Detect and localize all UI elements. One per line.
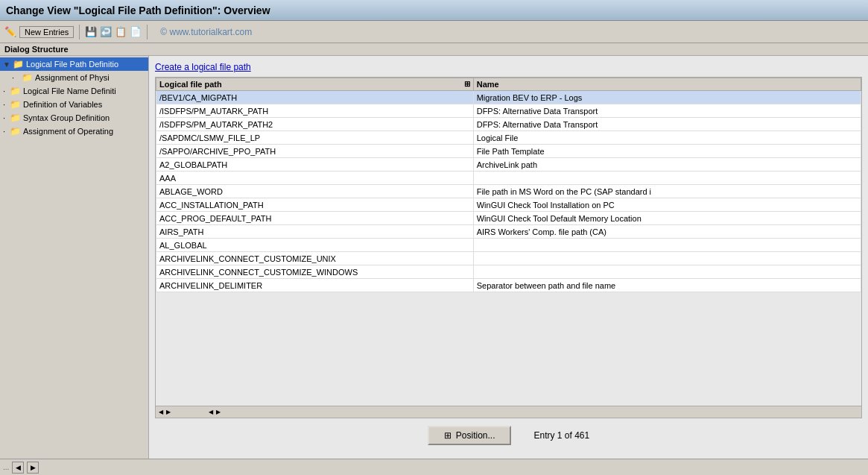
scroll-right-icon[interactable]: ▶ bbox=[165, 407, 172, 417]
sidebar-item-logical-file-name[interactable]: · 📁 Logical File Name Definiti bbox=[0, 84, 148, 98]
toolbar-separator-2 bbox=[147, 25, 148, 40]
table-row[interactable]: AAA bbox=[156, 172, 861, 185]
cell-name bbox=[473, 265, 861, 279]
data-table: Logical file path ⊞ Name /BEV1/CA_MIGPAT… bbox=[156, 78, 861, 292]
col-header-logical-file-path[interactable]: Logical file path ⊞ bbox=[156, 78, 474, 91]
scroll-right2-icon[interactable]: ◀ bbox=[207, 407, 215, 417]
cell-path: /SAPDMC/LSMW_FILE_LP bbox=[156, 131, 474, 145]
position-btn-label: Position... bbox=[456, 430, 495, 441]
position-button[interactable]: ⊞ Position... bbox=[428, 426, 512, 445]
cell-name: AIRS Workers' Comp. file path (CA) bbox=[473, 225, 861, 239]
cell-name: ArchiveLink path bbox=[473, 158, 861, 172]
table-row[interactable]: ACC_PROG_DEFAULT_PATHWinGUI Check Tool D… bbox=[156, 212, 861, 225]
copy-icon[interactable]: 📋 bbox=[115, 26, 127, 38]
cell-path: AIRS_PATH bbox=[156, 225, 474, 239]
table-row[interactable]: ARCHIVELINK_DELIMITERSeparator between p… bbox=[156, 279, 861, 292]
status-dots: ... bbox=[3, 463, 9, 471]
table-row[interactable]: AL_GLOBAL bbox=[156, 239, 861, 252]
col-header-label-name: Name bbox=[477, 80, 499, 89]
title-text: Change View "Logical File Path Definitio… bbox=[6, 4, 270, 16]
table-row[interactable]: /ISDFPS/PM_AUTARK_PATH2DFPS: Alternative… bbox=[156, 118, 861, 131]
spacer-2: · bbox=[3, 86, 7, 95]
cell-name: File Path Template bbox=[473, 145, 861, 158]
cell-name: DFPS: Alternative Data Transport bbox=[473, 118, 861, 131]
spacer-4: · bbox=[3, 113, 7, 122]
save-icon[interactable]: 💾 bbox=[85, 26, 97, 38]
spacer-1: · bbox=[12, 73, 19, 82]
cell-name bbox=[473, 239, 861, 252]
table-row[interactable]: ABLAGE_WORDFile path in MS Word on the P… bbox=[156, 185, 861, 198]
table-container: Logical file path ⊞ Name /BEV1/CA_MIGPAT… bbox=[155, 77, 862, 418]
cell-path: ACC_PROG_DEFAULT_PATH bbox=[156, 212, 474, 225]
folder-icon-3: 📁 bbox=[10, 86, 21, 96]
cell-path: ARCHIVELINK_CONNECT_CUSTOMIZE_UNIX bbox=[156, 252, 474, 265]
folder-icon-4: 📁 bbox=[10, 99, 21, 110]
main-layout: Dialog Structure ▼ 📁 Logical File Path D… bbox=[0, 43, 868, 475]
spacer-3: · bbox=[3, 100, 7, 109]
edit-icon: ✏️ bbox=[4, 26, 16, 38]
title-bar: Change View "Logical File Path Definitio… bbox=[0, 0, 868, 21]
folder-icon-1: 📁 bbox=[13, 59, 24, 69]
sidebar-item-label-3: Logical File Name Definiti bbox=[23, 86, 116, 95]
content-area: ▼ 📁 Logical File Path Definitio · 📁 Assi… bbox=[0, 56, 868, 459]
table-row[interactable]: /BEV1/CA_MIGPATHMigration BEV to ERP - L… bbox=[156, 91, 861, 104]
scroll-left-icon[interactable]: ◀ bbox=[157, 407, 165, 417]
cell-name: Logical File bbox=[473, 131, 861, 145]
cell-name bbox=[473, 252, 861, 265]
scroll-right3-icon[interactable]: ▶ bbox=[215, 407, 222, 417]
cell-name: WinGUI Check Tool Installation on PC bbox=[473, 198, 861, 212]
table-row[interactable]: ARCHIVELINK_CONNECT_CUSTOMIZE_UNIX bbox=[156, 252, 861, 265]
bottom-area: ⊞ Position... Entry 1 of 461 bbox=[155, 418, 862, 453]
table-scroll[interactable]: Logical file path ⊞ Name /BEV1/CA_MIGPAT… bbox=[156, 78, 861, 406]
folder-icon-5: 📁 bbox=[10, 113, 21, 123]
spacer-5: · bbox=[3, 127, 7, 136]
paste-icon[interactable]: 📄 bbox=[130, 26, 142, 38]
table-row[interactable]: /SAPPO/ARCHIVE_PPO_PATHFile Path Templat… bbox=[156, 145, 861, 158]
cell-path: AAA bbox=[156, 172, 474, 185]
entry-info: Entry 1 of 461 bbox=[533, 430, 589, 441]
sidebar-item-label-2: Assignment of Physi bbox=[35, 73, 110, 82]
sidebar-item-label-5: Syntax Group Definition bbox=[23, 113, 110, 122]
table-row[interactable]: ARCHIVELINK_CONNECT_CUSTOMIZE_WINDOWS bbox=[156, 265, 861, 279]
cell-path: AL_GLOBAL bbox=[156, 239, 474, 252]
cell-name: WinGUI Check Tool Default Memory Locatio… bbox=[473, 212, 861, 225]
cell-path: /BEV1/CA_MIGPATH bbox=[156, 91, 474, 104]
sidebar-item-assignment-operating[interactable]: · 📁 Assignment of Operating bbox=[0, 125, 148, 138]
scroll-right-status-btn[interactable]: ▶ bbox=[27, 462, 39, 474]
table-row[interactable]: AIRS_PATHAIRS Workers' Comp. file path (… bbox=[156, 225, 861, 239]
folder-icon-2: 📁 bbox=[22, 72, 33, 83]
main-content: Create a logical file path Logical file … bbox=[149, 56, 868, 459]
cell-path: ABLAGE_WORD bbox=[156, 185, 474, 198]
col-sort-icon[interactable]: ⊞ bbox=[464, 80, 470, 88]
undo-icon[interactable]: ↩️ bbox=[100, 26, 112, 38]
table-row[interactable]: ACC_INSTALLATION_PATHWinGUI Check Tool I… bbox=[156, 198, 861, 212]
col-header-name[interactable]: Name bbox=[473, 78, 861, 91]
table-row[interactable]: /ISDFPS/PM_AUTARK_PATHDFPS: Alternative … bbox=[156, 104, 861, 118]
cell-path: ARCHIVELINK_CONNECT_CUSTOMIZE_WINDOWS bbox=[156, 265, 474, 279]
cell-name bbox=[473, 172, 861, 185]
cell-path: /ISDFPS/PM_AUTARK_PATH2 bbox=[156, 118, 474, 131]
watermark-text: © www.tutorialkart.com bbox=[160, 27, 252, 37]
sidebar-item-syntax-group[interactable]: · 📁 Syntax Group Definition bbox=[0, 111, 148, 125]
cell-path: A2_GLOBALPATH bbox=[156, 158, 474, 172]
position-btn-icon: ⊞ bbox=[444, 430, 452, 441]
sidebar-item-label-1: Logical File Path Definitio bbox=[26, 60, 118, 69]
table-row[interactable]: /SAPDMC/LSMW_FILE_LPLogical File bbox=[156, 131, 861, 145]
scroll-left-status-btn[interactable]: ◀ bbox=[12, 462, 24, 474]
col-header-label-path: Logical file path bbox=[159, 80, 222, 89]
new-entries-button[interactable]: New Entries bbox=[19, 26, 74, 38]
sidebar-item-assignment-physical[interactable]: · 📁 Assignment of Physi bbox=[0, 71, 148, 84]
cell-path: /SAPPO/ARCHIVE_PPO_PATH bbox=[156, 145, 474, 158]
cell-name: File path in MS Word on the PC (SAP stan… bbox=[473, 185, 861, 198]
dialog-structure-label: Dialog Structure bbox=[0, 43, 868, 56]
horizontal-scrollbar[interactable]: ◀ ▶ ◀ ▶ bbox=[156, 406, 861, 418]
cell-name: Migration BEV to ERP - Logs bbox=[473, 91, 861, 104]
cell-path: /ISDFPS/PM_AUTARK_PATH bbox=[156, 104, 474, 118]
sidebar-item-definition-variables[interactable]: · 📁 Definition of Variables bbox=[0, 98, 148, 111]
cell-name: DFPS: Alternative Data Transport bbox=[473, 104, 861, 118]
table-row[interactable]: A2_GLOBALPATHArchiveLink path bbox=[156, 158, 861, 172]
folder-icon-6: 📁 bbox=[10, 126, 21, 136]
sidebar-item-logical-file-path[interactable]: ▼ 📁 Logical File Path Definitio bbox=[0, 57, 148, 71]
status-bar: ... ◀ ▶ bbox=[0, 459, 868, 475]
create-link[interactable]: Create a logical file path bbox=[155, 62, 862, 72]
